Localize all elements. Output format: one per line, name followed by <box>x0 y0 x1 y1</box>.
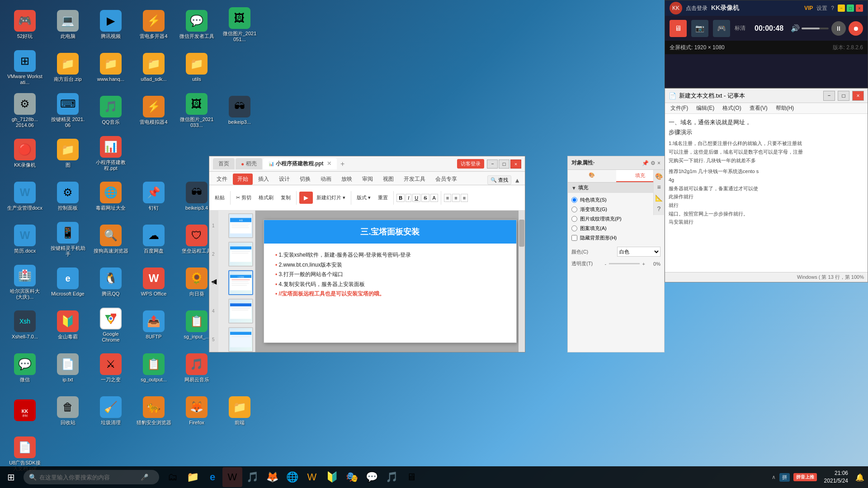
kk-login-text[interactable]: 点击登录 <box>686 5 708 12</box>
taskbar-wps2-btn[interactable]: W <box>302 467 322 487</box>
tb-new-slide-btn[interactable]: 新建幻灯片 ▾ <box>314 192 348 203</box>
ppt-slide-canvas[interactable]: 三.宝塔面板安装 1.安装xshell软件，新建-服务器公网-登录账号密码-登录… <box>264 220 517 343</box>
obj-radio-pattern-input[interactable] <box>571 225 577 231</box>
icon-wechatimg[interactable]: 🖼 微信图片_2021051... <box>219 5 260 45</box>
ppt-tab-file[interactable]: 📊 小程序搭建教程.ppt ✕ <box>263 158 337 169</box>
ppt-vertical-scrollbar[interactable] <box>519 211 525 352</box>
icon-kk-recorder2[interactable]: KK 录制 <box>5 391 45 432</box>
kk-monitor-mode-btn[interactable]: 🖥 <box>670 20 687 37</box>
icon-vmware[interactable]: ⊞ VMware Workstati... <box>5 47 45 88</box>
icon-tencentvideo[interactable]: ▶ 腾讯视频 <box>90 5 131 45</box>
notepad-menu-edit[interactable]: 编辑(E) <box>693 103 718 113</box>
icon-wechatdev[interactable]: 💬 微信开发者工具 <box>176 5 217 45</box>
tb-italic-btn[interactable]: I <box>406 194 411 202</box>
obj-radio-solid[interactable]: 纯色填充(S) <box>571 197 660 203</box>
icon-leiduo[interactable]: ⚡ 雷电多开器4 <box>133 5 174 45</box>
notepad-menu-help[interactable]: 帮助(H) <box>772 103 798 113</box>
tb-format-btn[interactable]: 格式刷 <box>256 192 276 203</box>
icon-utils[interactable]: 📁 utils <box>176 47 217 88</box>
icon-wps[interactable]: W WPS Office <box>133 262 174 303</box>
icon-wechatimg2[interactable]: 🖼 微信图片_2021033... <box>176 90 217 131</box>
taskbar-firefox-btn[interactable]: 🦊 <box>262 467 282 487</box>
taskbar-notification-btn[interactable]: 拼音上推 <box>793 473 817 481</box>
kk-vip-badge[interactable]: VIP <box>804 5 813 11</box>
ribbon-tab-transition[interactable]: 切换 <box>295 174 315 185</box>
taskbar-media-btn[interactable]: 🎵 <box>242 467 262 487</box>
kk-pause-btn[interactable]: ⏸ <box>831 21 846 36</box>
taskbar-screen-btn[interactable]: 🖥 <box>401 467 421 487</box>
icon-u8adsdk[interactable]: 📁 u8ad_sdk... <box>133 47 174 88</box>
slide-thumb-2[interactable] <box>228 242 253 267</box>
icon-mushroom[interactable]: 🌐 毒霸网址大全 <box>90 176 131 217</box>
taskbar-jinshan-btn[interactable]: 🔰 <box>322 467 342 487</box>
obj-checkbox-hide-bg[interactable] <box>571 235 577 241</box>
icon-img[interactable]: 📁 图 <box>47 133 88 174</box>
icon-qqmusic[interactable]: 🎵 QQ音乐 <box>90 90 131 131</box>
notepad-content-area[interactable]: 一、域名，通俗来说就是网址， 步骤演示 1.域名注册，自己想要注册什么样的就输入… <box>665 114 868 272</box>
obj-transparency-slider[interactable] <box>609 263 639 264</box>
slide-thumb-1[interactable]: 标题 <box>228 213 253 238</box>
icon-wechat2[interactable]: 💬 微信 <box>5 348 45 389</box>
icon-tomcat[interactable]: 🐆 猎豹安全浏览器 <box>133 391 174 432</box>
icon-dingding[interactable]: 📌 钉钉 <box>133 176 174 217</box>
icon-sougou[interactable]: 🔍 搜狗高速浏览器 <box>90 219 131 260</box>
tb-fontcolor-btn[interactable]: A <box>430 194 438 202</box>
icon-chrome[interactable]: GoogleChrome <box>90 305 131 346</box>
taskbar-mic-icon[interactable]: 🎤 <box>141 474 148 481</box>
icon-yidao[interactable]: ⚔ 一刀之变 <box>90 348 131 389</box>
kk-gamepad-mode-btn[interactable]: 🎮 <box>713 20 730 37</box>
ppt-minimize-btn[interactable]: － <box>487 160 498 169</box>
icon-front2[interactable]: 📁 前端 <box>219 391 260 432</box>
tb-cut-btn[interactable]: ✂ 剪切 <box>233 192 254 203</box>
obj-radio-hide-bg[interactable]: 隐藏背景图形(H) <box>571 235 660 241</box>
icon-52haowan[interactable]: 🎮 52好玩 <box>5 5 45 45</box>
icon-8uftp[interactable]: 📤 8UFTP <box>133 305 174 346</box>
ppt-new-tab-btn[interactable]: + <box>338 160 347 168</box>
ribbon-tab-review[interactable]: 审阅 <box>358 174 377 185</box>
icon-firefox[interactable]: 🦊 Firefox <box>176 391 217 432</box>
notepad-menu-file[interactable]: 文件(F) <box>667 103 692 113</box>
kk-minimize-btn[interactable]: － <box>838 5 845 12</box>
tb-strikethrough-btn[interactable]: S <box>421 194 429 202</box>
taskbar-tray-expand-btn[interactable]: ∧ <box>772 474 776 480</box>
tb-reset-btn[interactable]: 重置 <box>375 192 391 203</box>
taskbar-chrome-btn[interactable]: 🌐 <box>282 467 302 487</box>
obj-radio-gradient[interactable]: 渐变填充(G) <box>571 206 660 213</box>
icon-controlpanel[interactable]: ⚙ 控制面板 <box>47 176 88 217</box>
obj-radio-pattern[interactable]: 图案填充(A) <box>571 225 660 232</box>
ribbon-tab-insert[interactable]: 插入 <box>254 174 274 185</box>
taskbar-action-center-btn[interactable]: 🔔 <box>855 473 864 482</box>
icon-trash[interactable]: 🧹 垃圾清理 <box>90 391 131 432</box>
ppt-scrollbar-thumb[interactable] <box>519 220 524 247</box>
icon-sgoutput[interactable]: 📋 sg_output... <box>133 348 174 389</box>
tb-paste-btn[interactable]: 粘贴 <box>212 192 227 203</box>
obj-side-question-icon[interactable]: ? <box>657 205 661 212</box>
slide-thumb-5[interactable] <box>228 327 253 352</box>
kk-help-btn[interactable]: ? <box>831 5 834 11</box>
icon-resume[interactable]: W 简历.docx <box>5 219 45 260</box>
ppt-maximize-btn[interactable]: □ <box>499 160 509 169</box>
obj-radio-solid-input[interactable] <box>571 197 577 203</box>
taskbar-game-btn[interactable]: 🎭 <box>342 467 362 487</box>
obj-tab-fill-icon[interactable]: 🎨 <box>568 170 616 182</box>
kk-settings-btn[interactable]: 设置 <box>816 5 827 12</box>
obj-side-format-icon[interactable]: ≡ <box>657 183 660 191</box>
ppt-tab-home[interactable]: 首页 <box>213 158 235 169</box>
icon-kk[interactable]: 🔴 KK录像机 <box>5 133 45 174</box>
taskbar-explorer-btn[interactable]: 📁 <box>183 467 203 487</box>
obj-settings-icon[interactable]: ⚙ <box>651 160 656 166</box>
ribbon-tab-design[interactable]: 设计 <box>274 174 294 185</box>
kk-record-btn[interactable]: ⏺ <box>849 21 863 36</box>
kk-volume-bar[interactable] <box>802 28 829 29</box>
icon-qqt[interactable]: 🐧 腾讯QQ <box>90 262 131 303</box>
notepad-menu-view[interactable]: 查看(V) <box>746 103 771 113</box>
icon-iptxt[interactable]: 📄 ip.txt <box>47 348 88 389</box>
tb-bold-btn[interactable]: B <box>396 194 405 202</box>
icon-pressacc[interactable]: ⌨ 按键精灵 2021.06 <box>47 90 88 131</box>
ppt-login-btn[interactable]: 访客登录 <box>457 159 484 169</box>
slide-thumb-3[interactable]: 三.宝塔面板 <box>228 270 253 295</box>
obj-radio-image[interactable]: 图片或纹理填充(P) <box>571 216 660 222</box>
notepad-close-btn[interactable]: × <box>852 91 864 101</box>
taskbar-lang-indicator[interactable]: 拼 <box>779 473 790 482</box>
obj-radio-gradient-input[interactable] <box>571 206 577 212</box>
